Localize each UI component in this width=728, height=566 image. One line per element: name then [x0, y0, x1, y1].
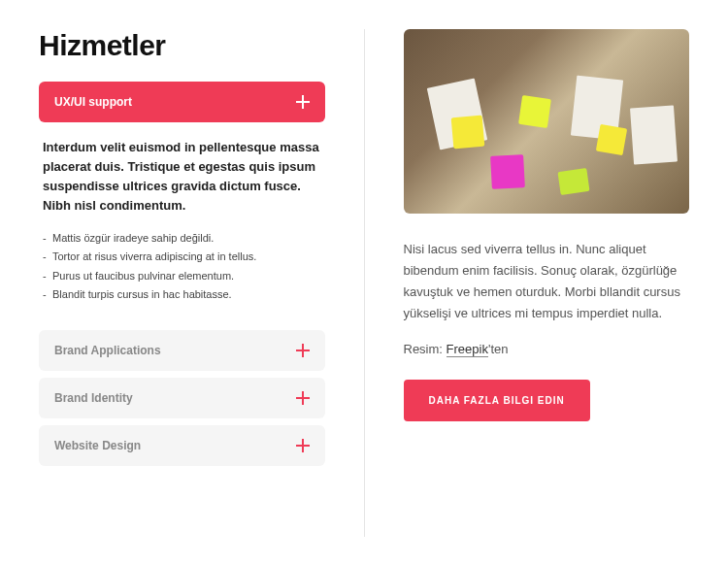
accordion-body-ux: Interdum velit euismod in pellentesque m… [39, 122, 325, 323]
accordion-header-brand-identity[interactable]: Brand Identity [39, 378, 325, 418]
accordion-label: Website Design [54, 439, 141, 452]
accordion-item-brand-app: Brand Applications [39, 330, 325, 371]
list-item: Mattis özgür iradeye sahip değildi. [43, 230, 321, 248]
accordion-item-website-design: Website Design [39, 425, 325, 466]
accordion-label: Brand Applications [54, 344, 161, 357]
services-column: Hizmetler UX/UI support Interdum velit e… [39, 29, 325, 537]
accordion-label: UX/UI support [54, 95, 132, 109]
list-item: Purus ut faucibus pulvinar elementum. [43, 268, 321, 285]
credit-suffix: 'ten [488, 342, 509, 356]
credit-link[interactable]: Freepik [447, 342, 488, 357]
plus-icon [296, 439, 310, 452]
description-text: Nisi lacus sed viverra tellus in. Nunc a… [404, 239, 690, 324]
plus-icon [296, 95, 310, 109]
list-item: Tortor at risus viverra adipiscing at in… [43, 249, 321, 266]
plus-icon [296, 391, 310, 405]
page-title: Hizmetler [39, 29, 325, 62]
learn-more-button[interactable]: DAHA FAZLA BILGI EDIN [404, 380, 590, 421]
accordion-header-website-design[interactable]: Website Design [39, 425, 325, 466]
accordion-intro: Interdum velit euismod in pellentesque m… [43, 138, 321, 216]
bullet-list: Mattis özgür iradeye sahip değildi. Tort… [43, 230, 321, 304]
hero-image [404, 29, 690, 214]
accordion-header-brand-app[interactable]: Brand Applications [39, 330, 325, 371]
list-item: Blandit turpis cursus in hac habitasse. [43, 286, 321, 304]
plus-icon [296, 344, 310, 357]
accordion-label: Brand Identity [54, 391, 133, 405]
accordion-header-ux[interactable]: UX/UI support [39, 82, 325, 122]
credit-prefix: Resim: [404, 342, 447, 356]
accordion-item-ux: UX/UI support Interdum velit euismod in … [39, 82, 325, 323]
image-credit: Resim: Freepik'ten [404, 342, 690, 356]
info-column: Nisi lacus sed viverra tellus in. Nunc a… [364, 29, 690, 537]
accordion-item-brand-identity: Brand Identity [39, 378, 325, 418]
